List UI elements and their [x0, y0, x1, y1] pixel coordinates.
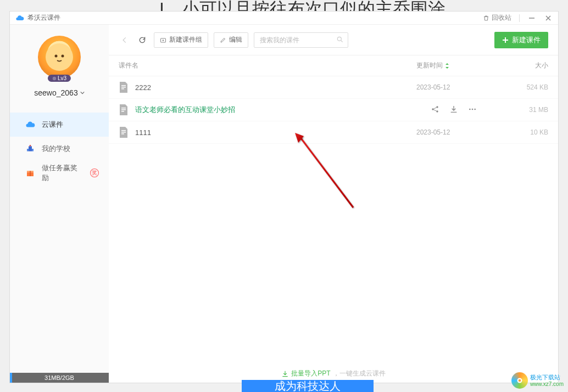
- titlebar: 希沃云课件 回收站: [10, 12, 558, 25]
- search-wrap: [254, 32, 348, 48]
- divider: [519, 14, 520, 22]
- titlebar-right: 回收站: [483, 13, 553, 23]
- avatar: [38, 36, 81, 79]
- sidebar-item-school[interactable]: 我的学校: [10, 137, 109, 161]
- share-button[interactable]: [431, 105, 439, 115]
- titlebar-left: 希沃云课件: [15, 13, 60, 23]
- background-button: 成为科技达人: [242, 380, 374, 392]
- more-button[interactable]: [468, 105, 477, 115]
- username-dropdown[interactable]: seewo_2063: [34, 88, 84, 97]
- avatar-face-icon: [49, 47, 69, 67]
- app-window: 希沃云课件 回收站: [9, 11, 559, 383]
- svg-point-1: [55, 55, 58, 58]
- nav-label: 我的学校: [42, 144, 70, 154]
- reward-badge: 奖: [90, 169, 99, 177]
- nav: 云课件 我的学校 做任务赢奖励 奖: [10, 113, 109, 185]
- file-name[interactable]: 1111: [135, 128, 416, 137]
- recycle-bin-button[interactable]: 回收站: [483, 13, 511, 23]
- file-icon: [119, 82, 130, 93]
- svg-rect-9: [30, 171, 31, 176]
- minimize-button[interactable]: [527, 14, 536, 23]
- nav-label: 云课件: [42, 120, 63, 130]
- profile: Lv3 seewo_2063: [10, 25, 109, 103]
- svg-rect-13: [121, 85, 126, 86]
- watermark-line1: 极光下载站: [530, 374, 564, 380]
- annotation-arrow: [293, 132, 364, 214]
- table-row[interactable]: 1111 2023-05-12 10 KB: [109, 121, 558, 144]
- svg-rect-4: [29, 147, 32, 152]
- plus-icon: [502, 37, 509, 43]
- refresh-button[interactable]: [136, 34, 148, 46]
- svg-rect-16: [121, 108, 126, 109]
- search-icon: [336, 36, 344, 46]
- chevron-down-icon: [80, 91, 85, 95]
- table-row[interactable]: 语文老师必看的互动课堂小妙招 31 MB: [109, 99, 558, 121]
- file-size: 524 KB: [499, 83, 548, 91]
- file-time: 2023-05-12: [416, 128, 499, 136]
- svg-rect-15: [121, 88, 124, 89]
- file-name[interactable]: 语文老师必看的互动课堂小妙招: [135, 105, 431, 115]
- svg-point-22: [469, 108, 471, 110]
- svg-rect-25: [121, 130, 126, 131]
- back-button[interactable]: [119, 34, 131, 46]
- sidebar: Lv3 seewo_2063 云课件 我的学校: [10, 25, 109, 383]
- col-size-header[interactable]: 大小: [499, 61, 548, 70]
- footer-suffix: ，一键生成云课件: [333, 369, 386, 378]
- svg-point-21: [436, 110, 438, 112]
- svg-point-2: [62, 55, 64, 58]
- import-icon: [281, 370, 289, 378]
- row-actions: [431, 105, 477, 115]
- file-icon: [119, 127, 130, 138]
- svg-point-29: [519, 379, 521, 382]
- recycle-label: 回收站: [492, 13, 511, 23]
- watermark: 极光下载站 www.xz7.com: [511, 372, 564, 389]
- col-name-header[interactable]: 课件名: [119, 61, 416, 70]
- storage-text: 31MB/2GB: [44, 374, 74, 381]
- cloud-icon: [15, 14, 24, 23]
- file-size: 31 MB: [499, 106, 548, 114]
- new-file-label: 新建课件: [512, 35, 541, 45]
- svg-rect-5: [27, 149, 29, 152]
- import-ppt-link[interactable]: 批量导入PPT: [281, 369, 330, 378]
- svg-rect-17: [121, 109, 126, 110]
- sidebar-item-tasks[interactable]: 做任务赢奖励 奖: [10, 161, 109, 185]
- file-size: 10 KB: [499, 128, 548, 136]
- svg-point-23: [472, 108, 474, 110]
- new-group-button[interactable]: 新建课件组: [154, 32, 208, 48]
- folder-plus-icon: [160, 37, 166, 43]
- svg-rect-6: [32, 149, 34, 152]
- file-time: 2023-05-12: [416, 83, 499, 91]
- file-icon: [119, 104, 130, 115]
- svg-line-12: [341, 40, 343, 42]
- app-title: 希沃云课件: [27, 13, 60, 23]
- edit-label: 编辑: [229, 35, 242, 44]
- table-header: 课件名 更新时间 大小: [109, 55, 558, 76]
- content: 新建课件组 编辑 新建课件 课件名 更新时间: [109, 25, 558, 383]
- svg-point-11: [337, 37, 341, 41]
- svg-point-20: [436, 106, 438, 108]
- edit-button[interactable]: 编辑: [214, 32, 248, 48]
- username-text: seewo_2063: [34, 88, 77, 97]
- gift-icon: [25, 168, 35, 178]
- new-file-button[interactable]: 新建课件: [494, 32, 548, 48]
- close-button[interactable]: [544, 14, 553, 23]
- avatar-wrap[interactable]: Lv3: [38, 36, 81, 79]
- storage-bar: 31MB/2GB: [10, 373, 109, 383]
- level-badge: Lv3: [48, 75, 71, 82]
- download-button[interactable]: [449, 105, 458, 115]
- main-area: Lv3 seewo_2063 云课件 我的学校: [10, 25, 558, 383]
- svg-point-24: [474, 108, 476, 110]
- trash-icon: [483, 15, 489, 21]
- search-input[interactable]: [254, 32, 348, 48]
- new-group-label: 新建课件组: [169, 35, 202, 44]
- svg-rect-14: [121, 87, 126, 88]
- sort-icon: [445, 63, 449, 69]
- nav-label: 做任务赢奖励: [42, 163, 83, 183]
- svg-rect-27: [121, 133, 124, 135]
- file-name[interactable]: 2222: [135, 83, 416, 92]
- col-time-header[interactable]: 更新时间: [416, 61, 499, 70]
- table-row[interactable]: 2222 2023-05-12 524 KB: [109, 76, 558, 99]
- footer: 批量导入PPT ，一键生成云课件: [109, 369, 558, 378]
- watermark-logo: [511, 372, 528, 389]
- sidebar-item-cloud[interactable]: 云课件: [10, 113, 109, 137]
